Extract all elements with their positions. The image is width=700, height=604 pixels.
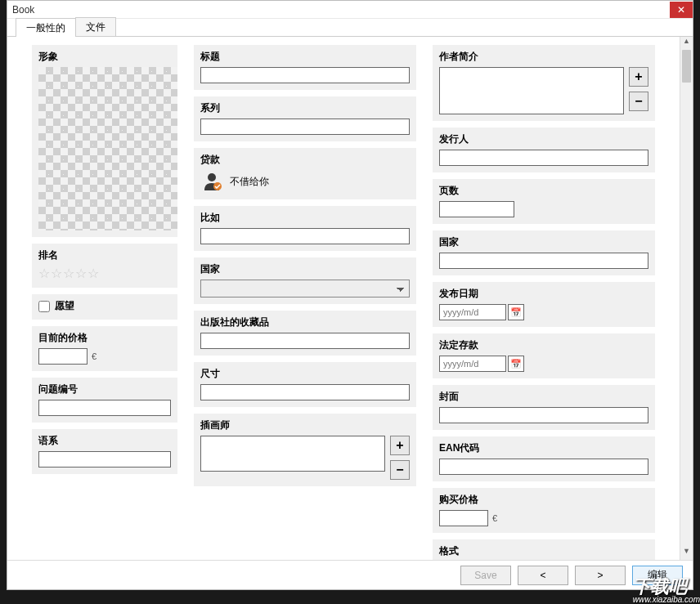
illustrator-textarea[interactable] [200, 436, 385, 472]
minus-icon: − [635, 94, 642, 109]
group-series: 系列 [194, 96, 416, 141]
group-ean: EAN代码 [433, 436, 655, 481]
wish-checkbox[interactable] [38, 301, 50, 312]
label-release-date: 发布日期 [439, 287, 648, 301]
ean-input[interactable] [439, 459, 648, 475]
column-middle: 标题 系列 贷款 [194, 45, 416, 560]
group-size: 尺寸 [194, 362, 416, 407]
series-input[interactable] [200, 119, 410, 135]
currency-symbol: € [490, 513, 500, 523]
image-placeholder[interactable] [38, 67, 177, 230]
group-publisher-collection: 出版社的收藏品 [194, 311, 416, 356]
illustrator-remove-button[interactable]: − [390, 460, 410, 480]
label-image: 形象 [38, 50, 171, 64]
group-language: 语系 [32, 429, 177, 474]
label-format: 格式 [439, 544, 648, 558]
wish-row[interactable]: 愿望 [38, 299, 171, 313]
group-illustrator: 插画师 + − [194, 414, 416, 486]
label-legal-deposit: 法定存款 [439, 338, 648, 352]
svg-point-0 [208, 173, 216, 181]
calendar-icon[interactable]: 📅 [508, 304, 524, 320]
plus-icon: + [635, 69, 642, 84]
title-input[interactable] [200, 67, 410, 83]
group-legal-deposit: 法定存款 📅 [433, 333, 655, 378]
author-remove-button[interactable]: − [629, 92, 648, 111]
country-select[interactable] [200, 280, 410, 298]
plus-icon: + [396, 438, 403, 453]
minus-icon: − [396, 463, 403, 477]
purchase-price-input[interactable] [439, 510, 488, 526]
prev-button[interactable]: < [518, 566, 568, 585]
tab-general[interactable]: 一般性的 [16, 18, 76, 37]
label-rank: 排名 [38, 248, 171, 262]
save-button[interactable]: Save [460, 566, 511, 585]
group-loan: 贷款 不借给你 [194, 148, 416, 199]
group-pages: 页数 [433, 179, 655, 224]
star-rating[interactable]: ☆☆☆☆☆ [38, 266, 171, 281]
label-purchase-price: 购买价格 [439, 493, 648, 507]
scroll-thumb[interactable] [682, 50, 691, 83]
scroll-content: 形象 排名 ☆☆☆☆☆ 愿望 目前的价格 [7, 37, 678, 560]
publisher-collection-input[interactable] [200, 333, 410, 349]
close-button[interactable]: ✕ [670, 2, 693, 18]
author-add-button[interactable]: + [629, 67, 648, 87]
label-author-bio: 作者简介 [439, 50, 648, 64]
label-publisher-collection: 出版社的收藏品 [200, 315, 410, 329]
group-example: 比如 [194, 206, 416, 251]
vertical-scrollbar[interactable]: ▲ ▼ [680, 37, 693, 560]
release-date-input[interactable] [439, 304, 506, 320]
language-input[interactable] [38, 451, 171, 468]
illustrator-add-button[interactable]: + [390, 436, 410, 455]
label-current-price: 目前的价格 [38, 331, 171, 345]
size-input[interactable] [200, 384, 410, 400]
group-issuer: 发行人 [433, 128, 655, 172]
label-issue-no: 问题编号 [38, 383, 171, 396]
footer: Save < > 编辑 [7, 560, 693, 589]
tab-file[interactable]: 文件 [75, 17, 116, 36]
country-input[interactable] [439, 253, 648, 269]
person-icon [200, 170, 223, 193]
label-ean: EAN代码 [439, 441, 648, 455]
group-country-right: 国家 [433, 230, 655, 275]
edit-button[interactable]: 编辑 [632, 566, 683, 585]
label-issuer: 发行人 [439, 132, 648, 146]
scroll-down-icon[interactable]: ▼ [680, 547, 693, 560]
label-example: 比如 [200, 211, 410, 225]
titlebar: Book ✕ [7, 1, 693, 19]
label-wish: 愿望 [55, 299, 74, 313]
window-title: Book [12, 4, 670, 16]
group-purchase-price: 购买价格 € [433, 488, 655, 533]
next-button[interactable]: > [575, 566, 626, 585]
label-title: 标题 [200, 50, 410, 64]
calendar-icon[interactable]: 📅 [508, 356, 524, 372]
author-bio-textarea[interactable] [439, 67, 624, 114]
label-illustrator: 插画师 [200, 418, 410, 432]
currency-symbol: € [89, 351, 99, 361]
watermark-sub: www.xiazaiba.com [633, 596, 700, 604]
column-left: 形象 排名 ☆☆☆☆☆ 愿望 目前的价格 [32, 45, 177, 560]
group-format: 格式 [433, 539, 655, 560]
label-language: 语系 [38, 434, 171, 448]
dialog-window: Book ✕ 一般性的 文件 形象 排名 ☆☆☆☆☆ [7, 0, 693, 590]
pages-input[interactable] [439, 201, 514, 217]
example-input[interactable] [200, 228, 410, 244]
issue-no-input[interactable] [38, 400, 171, 416]
tabstrip: 一般性的 文件 [7, 19, 693, 37]
cover-input[interactable] [439, 407, 648, 423]
group-title: 标题 [194, 45, 416, 90]
issuer-input[interactable] [439, 150, 648, 166]
label-series: 系列 [200, 101, 410, 115]
current-price-input[interactable] [38, 348, 88, 365]
legal-deposit-input[interactable] [439, 356, 506, 372]
group-rank: 排名 ☆☆☆☆☆ [32, 244, 177, 288]
group-current-price: 目前的价格 € [32, 326, 177, 371]
group-wish: 愿望 [32, 294, 177, 320]
content-area: 形象 排名 ☆☆☆☆☆ 愿望 目前的价格 [7, 37, 693, 560]
scroll-up-icon[interactable]: ▲ [680, 37, 693, 50]
close-icon: ✕ [677, 4, 685, 16]
label-size: 尺寸 [200, 367, 410, 381]
group-country-mid: 国家 [194, 257, 416, 304]
label-loan: 贷款 [200, 153, 410, 167]
group-cover: 封面 [433, 385, 655, 430]
group-image: 形象 [32, 45, 177, 237]
